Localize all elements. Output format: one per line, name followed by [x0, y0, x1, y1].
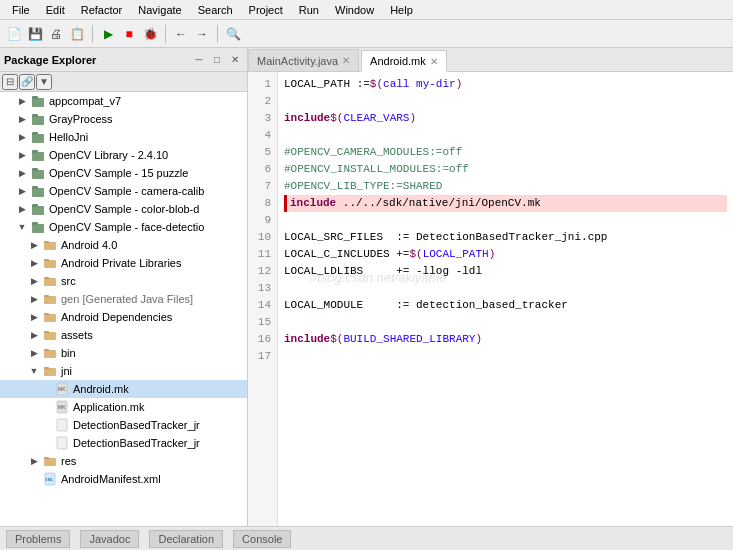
tree-icon-res — [42, 453, 58, 469]
tree-item-src[interactable]: ▶src — [0, 272, 247, 290]
link-editor-button[interactable]: 🔗 — [19, 74, 35, 90]
code-line-1: LOCAL_PATH := $(call my-dir) — [284, 76, 727, 93]
tree-item-androidmanifest[interactable]: XMLAndroidManifest.xml — [0, 470, 247, 488]
tree-icon-opencvlib — [30, 147, 46, 163]
tab-androidmk-close[interactable]: ✕ — [430, 56, 438, 67]
maximize-icon[interactable]: □ — [209, 52, 225, 68]
tree-arrow-assets: ▶ — [28, 329, 40, 341]
back-button[interactable]: ← — [171, 24, 191, 44]
tree-item-android40[interactable]: ▶Android 4.0 — [0, 236, 247, 254]
svg-rect-37 — [57, 437, 67, 449]
menu-refactor[interactable]: Refactor — [73, 2, 131, 18]
tree-icon-detectionjr1 — [54, 417, 70, 433]
tree-label-androidmk: Android.mk — [73, 383, 129, 395]
svg-rect-6 — [32, 152, 44, 161]
menu-run[interactable]: Run — [291, 2, 327, 18]
tree-item-gen[interactable]: ▶gen [Generated Java Files] — [0, 290, 247, 308]
status-console-tab[interactable]: Console — [233, 530, 291, 548]
tab-androidmk[interactable]: Android.mk ✕ — [361, 50, 447, 72]
tree-item-androidmk[interactable]: MKAndroid.mk — [0, 380, 247, 398]
tree-item-opencv15[interactable]: ▶OpenCV Sample - 15 puzzle — [0, 164, 247, 182]
svg-rect-14 — [32, 224, 44, 233]
print-button[interactable]: 🖨 — [46, 24, 66, 44]
tab-mainactivity-close[interactable]: ✕ — [342, 55, 350, 66]
minimize-icon[interactable]: ─ — [191, 52, 207, 68]
search-button[interactable]: 🔍 — [223, 24, 243, 44]
tree-item-androiddeps[interactable]: ▶Android Dependencies — [0, 308, 247, 326]
tree-item-opencvcam[interactable]: ▶OpenCV Sample - camera-calib — [0, 182, 247, 200]
tree-icon-opencvcolor — [30, 201, 46, 217]
statusbar: Problems Javadoc Declaration Console — [0, 526, 733, 550]
code-content[interactable]: LOCAL_PATH := $(call my-dir) include $(C… — [278, 72, 733, 526]
line-num-12: 12 — [254, 263, 271, 280]
tree-icon-jni — [42, 363, 58, 379]
tree-arrow-androiddeps: ▶ — [28, 311, 40, 323]
line-num-1: 1 — [254, 76, 271, 93]
status-javadoc-tab[interactable]: Javadoc — [80, 530, 139, 548]
tree-icon-assets — [42, 327, 58, 343]
svg-rect-13 — [32, 204, 38, 207]
tree-icon-hellojni — [30, 129, 46, 145]
save-button[interactable]: 💾 — [25, 24, 45, 44]
tree-item-bin[interactable]: ▶bin — [0, 344, 247, 362]
tree-icon-appcompat — [30, 93, 46, 109]
tree-item-res[interactable]: ▶res — [0, 452, 247, 470]
tree-arrow-src: ▶ — [28, 275, 40, 287]
code-line-12: LOCAL_LDLIBS += -llog -ldl — [284, 263, 727, 280]
tab-mainactivity-label: MainActivity.java — [257, 55, 338, 67]
tree-item-privlibs[interactable]: ▶Android Private Libraries — [0, 254, 247, 272]
menu-edit[interactable]: Edit — [38, 2, 73, 18]
tree-item-assets[interactable]: ▶assets — [0, 326, 247, 344]
new-button[interactable]: 📄 — [4, 24, 24, 44]
status-problems-tab[interactable]: Problems — [6, 530, 70, 548]
line-num-13: 13 — [254, 280, 271, 297]
tree-item-jni[interactable]: ▼jni — [0, 362, 247, 380]
svg-rect-0 — [32, 98, 44, 107]
tab-mainactivity[interactable]: MainActivity.java ✕ — [248, 49, 359, 71]
tree-arrow-androidmanifest — [28, 473, 40, 485]
close-icon[interactable]: ✕ — [227, 52, 243, 68]
tree-item-detectionjr2[interactable]: DetectionBasedTracker_jr — [0, 434, 247, 452]
run-button[interactable]: ▶ — [98, 24, 118, 44]
tree-item-applicationmk[interactable]: MKApplication.mk — [0, 398, 247, 416]
code-line-16: include $(BUILD_SHARED_LIBRARY) — [284, 331, 727, 348]
tree-item-opencvcolor[interactable]: ▶OpenCV Sample - color-blob-d — [0, 200, 247, 218]
tree-icon-androiddeps — [42, 309, 58, 325]
tree-item-detectionjr1[interactable]: DetectionBasedTracker_jr — [0, 416, 247, 434]
tree-item-appcompat[interactable]: ▶appcompat_v7 — [0, 92, 247, 110]
tree-item-opencvface[interactable]: ▼OpenCV Sample - face-detectio — [0, 218, 247, 236]
menu-navigate[interactable]: Navigate — [130, 2, 189, 18]
file-tree: ▶appcompat_v7▶GrayProcess▶HelloJni▶OpenC… — [0, 92, 247, 526]
code-line-17 — [284, 348, 727, 365]
menu-search[interactable]: Search — [190, 2, 241, 18]
editor-panel: MainActivity.java ✕ Android.mk ✕ 1234567… — [248, 48, 733, 526]
tree-label-androidmanifest: AndroidManifest.xml — [61, 473, 161, 485]
line-num-15: 15 — [254, 314, 271, 331]
code-line-6: #OPENCV_INSTALL_MODULES:=off — [284, 161, 727, 178]
properties-button[interactable]: 📋 — [67, 24, 87, 44]
explorer-menu-button[interactable]: ▼ — [36, 74, 52, 90]
menu-file[interactable]: File — [4, 2, 38, 18]
tree-item-hellojni[interactable]: ▶HelloJni — [0, 128, 247, 146]
menu-window[interactable]: Window — [327, 2, 382, 18]
menu-help[interactable]: Help — [382, 2, 421, 18]
svg-rect-30 — [44, 368, 56, 376]
tree-item-opencvlib[interactable]: ▶OpenCV Library - 2.4.10 — [0, 146, 247, 164]
tree-arrow-jni: ▼ — [28, 365, 40, 377]
line-num-11: 11 — [254, 246, 271, 263]
svg-rect-15 — [32, 222, 38, 225]
stop-button[interactable]: ■ — [119, 24, 139, 44]
tree-item-grayprocess[interactable]: ▶GrayProcess — [0, 110, 247, 128]
code-line-9 — [284, 212, 727, 229]
svg-rect-18 — [44, 260, 56, 268]
menu-project[interactable]: Project — [241, 2, 291, 18]
svg-rect-38 — [44, 458, 56, 466]
menubar: File Edit Refactor Navigate Search Proje… — [0, 0, 733, 20]
collapse-all-button[interactable]: ⊟ — [2, 74, 18, 90]
panel-header-icons: ─ □ ✕ — [191, 52, 243, 68]
debug-button[interactable]: 🐞 — [140, 24, 160, 44]
status-declaration-tab[interactable]: Declaration — [149, 530, 223, 548]
tree-icon-applicationmk: MK — [54, 399, 70, 415]
forward-button[interactable]: → — [192, 24, 212, 44]
tree-label-jni: jni — [61, 365, 72, 377]
